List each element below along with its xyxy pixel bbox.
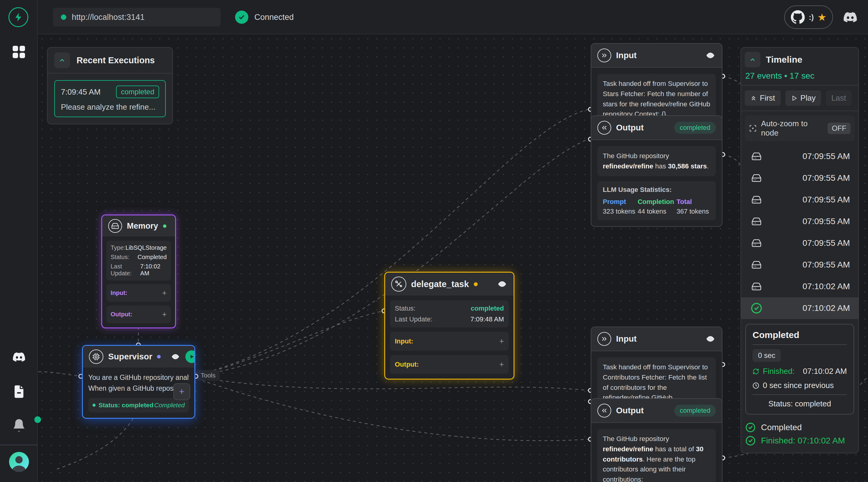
event-status-text: Status: completed xyxy=(752,399,847,409)
delegate-output-expander[interactable]: Output: + xyxy=(390,355,509,374)
document-icon xyxy=(11,383,27,400)
timeline-event[interactable]: 07:09:55 AM xyxy=(741,167,858,189)
chevrons-right-icon xyxy=(597,49,611,62)
github-star-button[interactable]: :) ★ xyxy=(784,5,833,29)
supervisor-instructions-line1: You are a GitHub repository analyzer. xyxy=(88,372,189,383)
sidebar-discord-link[interactable] xyxy=(0,350,38,364)
eye-icon[interactable] xyxy=(497,280,507,288)
memory-event-icon xyxy=(751,151,762,161)
memory-output-label: Output: xyxy=(111,311,132,318)
input-panel-title: Input xyxy=(616,51,637,60)
avatar-silhouette xyxy=(9,452,29,472)
execution-card[interactable]: 7:09:45 AM completed Please analyze the … xyxy=(54,80,166,117)
event-detail-card: Completed 0 sec Finished: 07:10:02 AM 0 … xyxy=(745,324,854,415)
execution-preview: Please analyze the refine... xyxy=(61,102,159,112)
play-icon xyxy=(189,354,194,359)
app-logo[interactable] xyxy=(8,7,28,27)
supervisor-status-right: Completed xyxy=(154,401,185,409)
play-outline-icon xyxy=(791,95,798,101)
play-button[interactable]: Play xyxy=(785,90,821,106)
notifications-button[interactable] xyxy=(11,418,27,433)
timeline-event[interactable]: 07:09:55 AM xyxy=(741,254,858,276)
timeline-collapse-button[interactable] xyxy=(745,52,761,67)
timeline-event[interactable]: 07:10:02 AM xyxy=(741,276,858,297)
delegate-input-expander[interactable]: Input: + xyxy=(390,332,509,351)
memory-output-expander[interactable]: Output: + xyxy=(106,306,171,323)
lightning-icon xyxy=(13,12,24,22)
delegate-status-dot xyxy=(474,282,478,286)
eye-icon[interactable] xyxy=(705,335,716,343)
last-event-button[interactable]: Last xyxy=(826,90,851,106)
delegate-status-label: Status: xyxy=(395,304,415,312)
eye-icon[interactable] xyxy=(170,353,181,360)
memory-event-icon xyxy=(751,195,762,205)
output-status-badge: completed xyxy=(674,405,716,417)
apps-menu-button[interactable] xyxy=(0,46,38,58)
chevrons-up-icon xyxy=(750,95,757,101)
finished-value: 07:10:02 AM xyxy=(803,366,847,376)
expand-instructions-button[interactable]: + xyxy=(173,383,190,400)
llm-prompt-stat: Prompt323 tokens xyxy=(603,198,635,215)
execution-time: 7:09:45 AM xyxy=(61,87,101,97)
connection-status-text: Connected xyxy=(254,13,294,22)
timeline-event-selected[interactable]: 07:10:02 AM xyxy=(741,297,858,319)
memory-updated-value: 7:10:02 AM xyxy=(140,263,167,277)
timeline-event[interactable]: 07:09:55 AM xyxy=(741,189,858,211)
llm-total-stat: Total367 tokens xyxy=(677,198,709,215)
timeline-event[interactable]: 07:09:55 AM xyxy=(741,232,858,254)
memory-input-expander[interactable]: Input: + xyxy=(106,284,171,302)
timeline-event[interactable]: 07:09:55 AM xyxy=(741,146,858,167)
memory-node-header: Memory xyxy=(102,215,175,236)
delegate-input-label: Input: xyxy=(395,338,413,345)
since-previous-text: 0 sec since previous xyxy=(763,381,834,390)
first-event-button[interactable]: First xyxy=(745,90,781,106)
eye-icon[interactable] xyxy=(705,52,716,59)
timeline-event[interactable]: 07:09:55 AM xyxy=(741,211,858,232)
connected-check-icon xyxy=(235,10,248,24)
app-root: Memory Tools Recent Executions 7:09:45 A… xyxy=(0,0,868,482)
output-status-badge: completed xyxy=(674,122,716,134)
timeline-title: Timeline xyxy=(766,55,802,65)
auto-zoom-toggle[interactable]: Auto-zoom to node OFF xyxy=(745,116,855,141)
discord-link[interactable] xyxy=(841,10,860,25)
github-smile-text: :) xyxy=(809,13,814,22)
footer-completed-text: Completed xyxy=(761,423,802,432)
output-panel-title: Output xyxy=(616,406,644,415)
delegate-updated-value: 7:09:48 AM xyxy=(470,315,504,323)
connection-status: Connected xyxy=(235,8,294,27)
status-dot xyxy=(93,404,96,407)
output-panel-2: Output completed The GitHub repository r… xyxy=(591,398,722,482)
memory-event-icon xyxy=(751,216,762,227)
event-duration-chip: 0 sec xyxy=(752,349,781,362)
check-circle-icon xyxy=(745,422,755,432)
server-url: http://localhost:3141 xyxy=(72,13,145,22)
delegate-task-title: delegate_task xyxy=(411,279,469,289)
output-panel-1: Output completed The GitHub repository r… xyxy=(591,116,722,227)
supervisor-status-dot xyxy=(157,355,161,358)
delegate-task-node[interactable]: delegate_task Status:completed Last Upda… xyxy=(384,272,515,380)
supervisor-node[interactable]: Supervisor You are a GitHub repository a… xyxy=(82,345,195,419)
memory-event-icon xyxy=(751,260,762,270)
recent-executions-title: Recent Executions xyxy=(76,56,155,65)
collapse-button[interactable] xyxy=(54,53,70,68)
delegate-task-header: delegate_task xyxy=(385,272,514,295)
memory-node[interactable]: Memory Type:LibSQLStorage Status:Complet… xyxy=(101,215,176,328)
output-text: The GitHub repository refinedev/refine h… xyxy=(597,146,716,176)
memory-status-value: Completed xyxy=(137,254,167,261)
supervisor-node-header: Supervisor xyxy=(83,346,194,367)
memory-event-icon xyxy=(751,281,762,292)
run-agent-button[interactable] xyxy=(185,350,195,363)
timeline-event-list: 07:09:55 AM 07:09:55 AM 07:09:55 AM 07:0… xyxy=(741,146,858,319)
tools-icon xyxy=(391,277,406,292)
server-url-field[interactable]: http://localhost:3141 xyxy=(53,8,221,27)
left-sidebar xyxy=(0,0,38,482)
llm-completion-stat: Completion44 tokens xyxy=(638,198,674,215)
memory-event-icon xyxy=(751,173,762,183)
notification-dot xyxy=(34,416,41,423)
supervisor-status-text: Status: completed xyxy=(98,401,153,409)
event-detail-title: Completed xyxy=(752,330,847,340)
docs-button[interactable] xyxy=(0,383,38,400)
memory-updated-label: Last Update: xyxy=(111,263,140,277)
github-icon xyxy=(790,10,805,24)
user-avatar[interactable] xyxy=(9,452,29,472)
